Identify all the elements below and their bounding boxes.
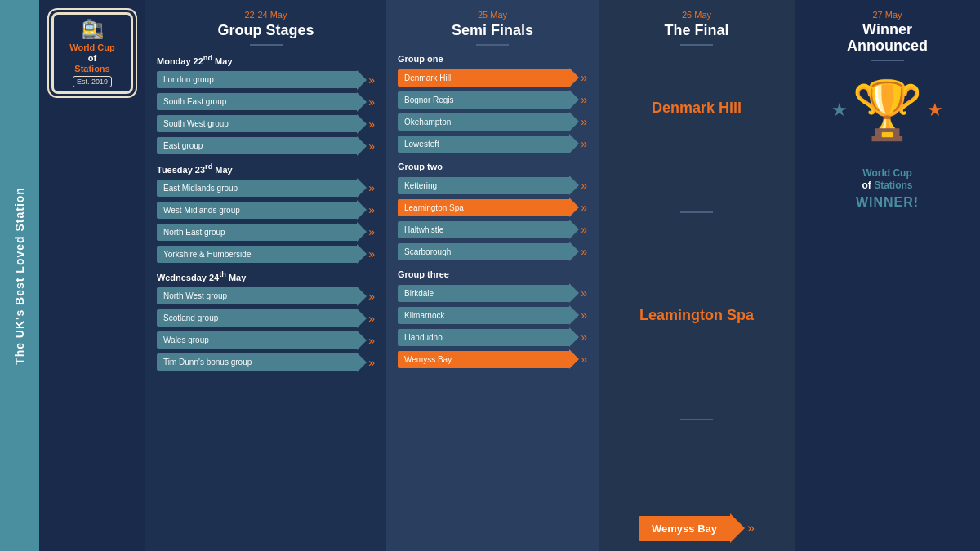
chevron-icon: »: [368, 140, 375, 152]
arrow-icon: [569, 327, 579, 347]
day-header-2: Tuesday 23rd May: [157, 162, 375, 175]
chevron-icon: »: [368, 118, 375, 130]
semi-finals-date: 25 May: [398, 10, 587, 20]
list-item: Lowestoft »: [398, 134, 587, 153]
winner-divider: [871, 60, 904, 61]
arrow-icon: [569, 220, 579, 239]
chevron-icon: »: [581, 137, 587, 150]
finalist-2-name: Leamington Spa: [639, 307, 754, 325]
arrow-icon: [357, 200, 367, 220]
arrow-icon: [569, 176, 579, 195]
winner-date: 27 May: [872, 10, 902, 20]
final-divider: [680, 44, 713, 46]
finalist-1-block: Denmark Hill: [652, 100, 742, 118]
group-bar: Yorkshire & Humberside: [157, 246, 357, 263]
semi-bar: Haltwhistle: [398, 221, 569, 238]
group-bar: North West group: [157, 287, 357, 304]
group-bar: East group: [157, 137, 357, 154]
group-stages-column: 22-24 May Group Stages Monday 22nd May L…: [145, 0, 386, 551]
trophy-container: ★ 🏆 ★: [831, 82, 943, 139]
semi-bar: Llandudno: [398, 329, 569, 346]
semi-finals-column: 25 May Semi Finals Group one Denmark Hil…: [386, 0, 599, 551]
chevron-icon: »: [581, 331, 587, 344]
list-item: Scarborough »: [398, 242, 587, 261]
chevron-icon: »: [368, 248, 375, 260]
arrow-icon: [357, 353, 367, 372]
finalist-2-block: Leamington Spa: [639, 307, 754, 325]
chevron-icon: »: [581, 245, 587, 258]
chevron-icon: »: [581, 223, 587, 236]
list-item: South West group »: [157, 114, 375, 134]
semi-bar: Okehampton: [398, 113, 569, 131]
star-right-icon: ★: [927, 100, 943, 121]
arrow-icon: [569, 349, 579, 369]
winner-world-cup-text: World Cup of Stations: [856, 167, 919, 193]
semi-finals-divider: [476, 44, 509, 46]
list-item: North West group »: [157, 287, 375, 306]
semi-bar: Denmark Hill: [398, 69, 569, 87]
train-icon: 🚉: [82, 19, 104, 40]
chevron-icon: »: [581, 71, 587, 84]
semi-group-label-2: Group two: [398, 162, 587, 171]
trophy-icon: 🏆: [852, 82, 923, 139]
list-item: South East group »: [157, 92, 375, 112]
semi-bar: Bognor Regis: [398, 91, 569, 109]
arrow-icon: [357, 92, 367, 112]
group-bar: London group: [157, 71, 357, 88]
winner-bar: Wemyss Bay: [639, 516, 730, 541]
chevron-icon: »: [368, 291, 375, 302]
logo-title: World Cup of Stations: [69, 42, 114, 75]
winner-column: 27 May WinnerAnnounced ★ 🏆 ★ World Cup o…: [795, 0, 980, 551]
sidebar-left: The UK's Best Loved Station: [0, 0, 39, 551]
arrow-icon: [357, 287, 367, 306]
chevron-icon: »: [581, 309, 587, 322]
semi-bar: Lowestoft: [398, 136, 569, 153]
arrow-icon: [357, 309, 367, 328]
star-left-icon: ★: [831, 100, 848, 121]
arrow-icon: [569, 242, 579, 261]
group-bar: South West group: [157, 115, 357, 132]
finalist-1-name: Denmark Hill: [652, 100, 742, 118]
chevron-icon: »: [581, 93, 587, 106]
arrow-icon: [569, 112, 579, 131]
arrow-icon: [357, 244, 367, 264]
final-section-divider-2: [680, 419, 713, 420]
chevron-icon: »: [581, 353, 587, 366]
chevron-icon: »: [368, 357, 375, 368]
day-header-1: Monday 22nd May: [157, 54, 375, 66]
group-stages-title: Group Stages: [157, 22, 375, 39]
final-section-divider: [680, 211, 713, 213]
sidebar-text: The UK's Best Loved Station: [13, 187, 26, 365]
list-item: East group »: [157, 136, 375, 156]
chevron-icon: »: [368, 96, 375, 108]
group-stages-divider: [250, 44, 283, 46]
list-item: Wales group »: [157, 331, 375, 350]
list-item: Scotland group »: [157, 309, 375, 328]
arrow-icon: [569, 305, 579, 325]
logo-est: Est. 2019: [73, 76, 112, 87]
finalist-3-block: Wemyss Bay »: [639, 513, 755, 543]
arrow-icon: [569, 283, 579, 303]
winner-title: WinnerAnnounced: [847, 22, 928, 55]
arrow-icon: [357, 114, 367, 134]
arrow-icon: [569, 134, 579, 153]
chevron-icon: »: [581, 115, 587, 128]
main-columns: 22-24 May Group Stages Monday 22nd May L…: [145, 0, 980, 551]
list-item: Denmark Hill »: [398, 68, 587, 87]
winner-arrow: [730, 513, 745, 543]
final-column: 26 May The Final Denmark Hill Leamington…: [599, 0, 795, 551]
winner-brand-block: World Cup of Stations WINNER!: [856, 159, 919, 210]
chevron-icon: »: [368, 226, 375, 238]
list-item: Leamington Spa »: [398, 198, 587, 217]
winner-chevron: »: [747, 521, 755, 535]
group-bar: Tim Dunn's bonus group: [157, 353, 357, 371]
list-item: London group »: [157, 70, 375, 90]
semi-bar: Leamington Spa: [398, 199, 569, 216]
chevron-icon: »: [368, 182, 375, 193]
logo-panel: 🚉 World Cup of Stations Est. 2019: [39, 0, 145, 551]
chevron-icon: »: [368, 74, 375, 86]
group-bar: South East group: [157, 93, 357, 110]
semi-bar: Kilmarnock: [398, 307, 569, 324]
group-bar: Scotland group: [157, 309, 357, 327]
list-item: Kettering »: [398, 176, 587, 195]
